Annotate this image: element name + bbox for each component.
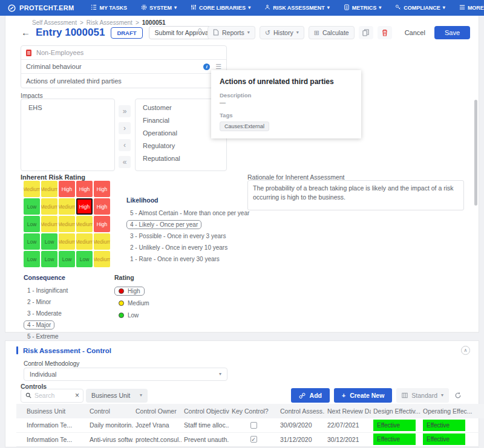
move-right-button[interactable]: › [119,122,131,134]
consequence-option-4[interactable]: 5 - Extreme [24,332,62,341]
nav-item-more[interactable]: MORE▾ [459,4,484,11]
matrix-cell-0-1[interactable]: Medium [41,181,57,197]
info-icon[interactable]: i [203,63,210,70]
collapse-section-button[interactable]: ∧ [461,346,470,355]
matrix-cell-2-3[interactable]: Medium [76,216,93,232]
matrix-cell-4-1[interactable]: Low [41,251,57,267]
column-header-8[interactable]: Operating Effec... [420,404,484,418]
link-icon[interactable] [194,28,202,37]
brand[interactable]: PROTECHT.ERM [7,4,74,13]
nav-item-compliance[interactable]: COMPLIANCE▾ [395,4,445,11]
matrix-cell-2-2[interactable]: Medium [59,216,75,232]
matrix-cell-1-3[interactable]: High [76,198,93,215]
calculate-button[interactable]: ⊞ Calculate [309,26,355,39]
business-unit-filter[interactable]: Business Unit ▾ [86,389,148,403]
impact-available-4[interactable]: Reputational [143,155,219,162]
add-button[interactable]: Add [291,388,330,403]
likelihood-option-3[interactable]: 2 - Unlikely - Once in every 10 years [126,243,231,252]
matrix-cell-2-0[interactable]: Low [24,216,40,232]
matrix-cell-0-0[interactable]: Medium [24,181,40,197]
matrix-cell-2-4[interactable]: High [94,216,110,232]
menu-icon[interactable]: ☰ [215,63,221,71]
impact-available-0[interactable]: Customer [143,104,219,111]
consequence-option-0[interactable]: 1 - Insignificant [24,286,71,295]
nav-item-metrics[interactable]: METRICS▾ [344,4,382,11]
column-header-0[interactable]: Business Unit [16,404,87,418]
matrix-cell-2-1[interactable]: Medium [41,216,57,232]
nav-item-system[interactable]: SYSTEM▾ [141,4,177,11]
column-header-3[interactable]: Control Objective [182,404,229,418]
risk-category-field[interactable]: Non-Employees [21,46,226,60]
matrix-cell-4-3[interactable]: Low [76,251,93,267]
matrix-cell-3-0[interactable]: Low [24,233,40,250]
search-input[interactable] [34,392,72,399]
clear-search-icon[interactable]: × [75,392,79,399]
matrix-cell-0-3[interactable]: High [76,181,93,197]
effectiveness-badge: Effective [423,433,465,445]
key-control-checkbox[interactable]: ✓ [250,436,257,443]
matrix-cell-3-2[interactable]: Medium [59,233,75,250]
likelihood-option-1[interactable]: 4 - Likely - Once per year [126,220,201,229]
create-new-label: Create New [350,392,384,399]
matrix-cell-0-4[interactable]: High [94,181,110,197]
nav-item-my-tasks[interactable]: MY TASKS [91,4,127,11]
consequence-option-1[interactable]: 2 - Minor [24,297,54,307]
back-button[interactable]: ← [21,27,30,37]
copy-button[interactable] [359,26,373,39]
move-all-left-button[interactable]: « [119,156,131,168]
matrix-cell-1-0[interactable]: Low [24,198,40,215]
key-control-checkbox[interactable] [250,422,257,429]
move-left-button[interactable]: ‹ [119,139,131,151]
reports-button[interactable]: Reports ▾ [208,26,255,39]
consequence-option-3[interactable]: 4 - Major [24,320,54,330]
rationale-textarea[interactable]: The probability of a breach taking place… [247,180,464,210]
matrix-cell-3-4[interactable]: Medium [94,233,110,250]
rating-option-high[interactable]: High [114,287,145,296]
likelihood-option-2[interactable]: 3 - Possible - Once in every 3 years [126,232,229,241]
column-header-6[interactable]: Next Review Da... [325,404,371,418]
likelihood-option-0[interactable]: 5 - Almost Certain - More than once per … [126,209,253,218]
matrix-cell-3-3[interactable]: Medium [76,233,93,250]
nav-item-core-libraries[interactable]: CORE LIBRARIES▾ [191,4,250,11]
vertical-scrollbar[interactable] [474,100,477,206]
search-box[interactable]: × [21,389,83,403]
matrix-cell-4-4[interactable]: Medium [94,251,110,267]
matrix-cell-1-2[interactable]: Medium [59,198,75,215]
cancel-button[interactable]: Cancel [405,29,425,36]
table-row[interactable]: Information Te...Anti-virus softw...prot… [16,432,484,446]
column-header-1[interactable]: Control [87,404,133,418]
refresh-icon[interactable] [454,392,462,399]
view-selector-button[interactable]: Standard ▾ [396,388,449,403]
rating-option-medium[interactable]: Medium [114,299,154,308]
likelihood-option-4[interactable]: 1 - Rare - Once in every 30 years [126,255,223,264]
move-all-right-button[interactable]: » [119,105,131,117]
breadcrumb-self-assessment[interactable]: Self Assessment [32,19,77,26]
matrix-cell-4-2[interactable]: Low [59,251,75,267]
history-button[interactable]: ↺ History ▾ [260,26,304,39]
column-header-5[interactable]: Control Assess... [278,404,325,418]
column-header-2[interactable]: Control Owner [133,404,182,418]
impact-available-2[interactable]: Operational [143,129,219,137]
impact-selected-0[interactable]: EHS [28,104,107,111]
matrix-cell-0-2[interactable]: High [59,181,75,197]
matrix-cell-4-0[interactable]: Low [24,251,40,267]
column-header-4[interactable]: Key Control? [229,404,278,418]
column-header-7[interactable]: Design Effectiv... [371,404,420,418]
breadcrumb-risk-assessment[interactable]: Risk Assessment [87,19,132,26]
risk-cause-field[interactable]: Criminal behaviour i ☰ [21,60,226,74]
control-methodology-select[interactable]: Individual ▾ [24,368,227,381]
impact-available-3[interactable]: Regulatory [143,142,219,149]
matrix-cell-1-4[interactable]: High [94,198,110,215]
risk-event-field[interactable]: Actions of unrelated third parties [21,74,226,88]
matrix-cell-1-1[interactable]: Medium [41,198,57,215]
create-new-button[interactable]: + Create New [334,388,392,403]
delete-button[interactable] [378,26,392,39]
impacts-selected-list[interactable]: EHS [21,99,115,171]
consequence-option-2[interactable]: 3 - Moderate [24,309,65,318]
save-button[interactable]: Save [434,26,470,39]
table-row[interactable]: Information Te...Daily monitorin...Jozef… [16,418,484,432]
impact-available-1[interactable]: Financial [143,117,219,124]
nav-item-risk-assessment[interactable]: RISK ASSESSMENT▾ [264,4,330,11]
matrix-cell-3-1[interactable]: Low [41,233,57,250]
rating-option-low[interactable]: Low [114,311,143,320]
